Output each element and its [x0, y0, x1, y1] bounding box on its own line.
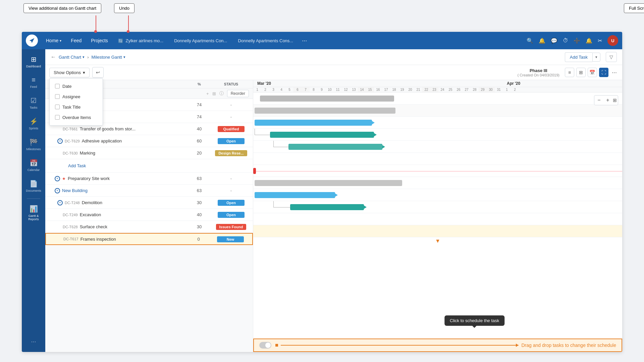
nav-home[interactable]: Home ▾ [42, 36, 65, 45]
day-25: 25 [446, 87, 454, 92]
sidebar-item-gantt[interactable]: 📊 Gantt & Reports [23, 201, 44, 224]
connector-h3 [273, 207, 290, 207]
gantt-body: % STATUS + ⊞ ⓘ Reorder [45, 80, 622, 352]
overdue-checkbox[interactable] [55, 115, 60, 120]
add-icon[interactable]: ➕ [574, 38, 580, 44]
task-status: Design Rese... [209, 148, 253, 158]
chat-icon[interactable]: 💬 [551, 38, 557, 44]
option-assignee[interactable]: Assignee [50, 92, 103, 102]
sidebar-label-milestones: Milestones [26, 147, 41, 151]
sidebar-item-sprints[interactable]: ⚡ Sprints [23, 114, 44, 133]
user-avatar[interactable]: U [607, 35, 618, 46]
table-row: DC-T630 Marking 20 Design Rese... [45, 147, 253, 159]
alerts-icon[interactable]: 🔔 [586, 38, 592, 44]
columns-icon[interactable]: ⊞ [212, 91, 216, 96]
nav-icons: 🔍 🔔 💬 ⏱ ➕ 🔔 ✂ U [527, 35, 618, 46]
filter-button[interactable]: ▽ [606, 52, 617, 62]
table-row: Add Task [45, 159, 253, 173]
breadcrumb-bar: ← Gantt Chart ▾ › Milestone Gantt ▾ Add … [45, 49, 622, 65]
notifications-icon[interactable]: 🔔 [539, 38, 545, 44]
add-task-button[interactable]: Add Task [565, 52, 592, 62]
sidebar-more[interactable]: ··· [27, 334, 40, 349]
gantt-row-6 [253, 153, 622, 165]
day-14: 14 [358, 87, 366, 92]
fullscreen-view-icon[interactable]: ⛶ [599, 68, 608, 77]
reorder-button[interactable]: Reorder [227, 90, 249, 97]
add-icon-small[interactable]: + [206, 91, 209, 96]
list-view-icon[interactable]: ≡ [565, 68, 574, 77]
info-icon[interactable]: ⓘ [219, 90, 224, 97]
timer-icon[interactable]: ⏱ [563, 38, 568, 44]
sidebar-label-gantt: Gantt & Reports [26, 214, 41, 221]
sidebar-item-dashboard[interactable]: ⊞ Dashboard [23, 52, 44, 71]
day-18: 18 [390, 87, 398, 92]
toggle-switch[interactable] [259, 342, 271, 349]
task-title: Preparatory Site work [68, 176, 110, 181]
sidebar-item-milestones[interactable]: 🏁 Milestones [23, 135, 44, 154]
add-task-link[interactable]: Add Task [63, 161, 91, 170]
nav-more-tabs[interactable]: ··· [299, 37, 310, 44]
sidebar-item-tasks[interactable]: ☑ Tasks [23, 93, 44, 113]
option-overdue[interactable]: Overdue Items [50, 112, 103, 123]
bar-adhesive[interactable] [270, 132, 374, 138]
nav-feed[interactable]: Feed [67, 36, 86, 45]
gantt-more-menu[interactable]: ··· [610, 68, 618, 77]
sidebar-label-dashboard: Dashboard [26, 65, 41, 68]
breadcrumb-back[interactable]: ← [51, 54, 56, 60]
bar-transfer[interactable] [255, 120, 372, 126]
sidebar-item-feed[interactable]: ≡ Feed [23, 73, 44, 92]
table-row: + DC-T629 Adhesive application 60 Open [45, 135, 253, 147]
expand-circle-icon[interactable]: + [57, 138, 63, 144]
bar-demolition[interactable] [255, 192, 335, 198]
bar-arrow-demolition [335, 193, 338, 197]
expand-circle-icon[interactable]: + [55, 188, 60, 193]
breadcrumb-milestone[interactable]: Milestone Gantt ▾ [92, 55, 125, 60]
calendar-view-icon[interactable]: 📅 [588, 68, 597, 77]
grid-view-icon[interactable]: ⊞ [576, 68, 586, 77]
bar-marking[interactable] [288, 144, 382, 150]
gantt-row-2 [253, 105, 622, 117]
gantt-row-10 [253, 201, 622, 213]
search-icon[interactable]: 🔍 [527, 38, 533, 44]
show-options-button[interactable]: Show Options ▾ [49, 68, 90, 77]
day-15: 15 [366, 87, 374, 92]
expand-circle-icon[interactable]: + [55, 176, 60, 181]
task-title: Demolition [82, 200, 102, 205]
content-area: ⊞ Dashboard ≡ Feed ☑ Tasks ⚡ Sprints 🏁 M… [22, 49, 622, 352]
undo-button[interactable]: ↩ [92, 67, 104, 78]
status-badge: Open [218, 200, 245, 206]
nav-projects[interactable]: Projects [87, 36, 112, 45]
apr-month: Apr '20 [503, 80, 524, 87]
gantt-toolbar: Show Options ▾ Date Assignee [45, 65, 622, 80]
gantt-chart-annotation: View additional data on Gantt chart [23, 3, 101, 13]
task-title-checkbox[interactable] [55, 105, 60, 109]
sidebar-item-calendar[interactable]: 📅 Calendar [23, 156, 44, 175]
app-logo[interactable] [26, 35, 38, 47]
breadcrumb-gantt[interactable]: Gantt Chart ▾ [59, 55, 85, 60]
status-header: STATUS [209, 82, 253, 86]
day-13: 13 [350, 87, 358, 92]
nav-tab-3[interactable]: Donnelly Apartments Cons... [233, 36, 298, 45]
dashboard-icon: ⊞ [31, 55, 37, 63]
connector-v3 [273, 201, 274, 207]
bar-excavation[interactable] [290, 204, 364, 210]
expand-circle-icon[interactable]: + [57, 200, 63, 205]
sidebar: ⊞ Dashboard ≡ Feed ☑ Tasks ⚡ Sprints 🏁 M… [22, 49, 45, 352]
assignee-checkbox[interactable] [55, 94, 60, 99]
zoom-grid-icon[interactable]: ⊞ [613, 98, 617, 103]
option-task-title[interactable]: Task Title [50, 102, 103, 112]
task-status: - [209, 174, 253, 183]
task-pct: 20 [189, 150, 209, 156]
sidebar-item-documents[interactable]: 📄 Documents [23, 176, 44, 196]
zoom-in-button[interactable]: + [604, 97, 611, 104]
option-date[interactable]: Date [50, 81, 103, 92]
zoom-out-button[interactable]: − [595, 97, 603, 104]
settings-icon[interactable]: ✂ [598, 38, 602, 44]
task-id: DC-T617 [63, 237, 78, 241]
nav-tab-1[interactable]: 🔄 Zylker airlines mo... [113, 36, 168, 45]
add-task-dropdown[interactable]: ▾ [592, 53, 600, 62]
task-id: DC-T661 [63, 127, 78, 131]
date-checkbox[interactable] [55, 84, 60, 88]
tooltip-arrow [473, 326, 477, 330]
nav-tab-2[interactable]: Donnelly Apartments Con... [169, 36, 232, 45]
